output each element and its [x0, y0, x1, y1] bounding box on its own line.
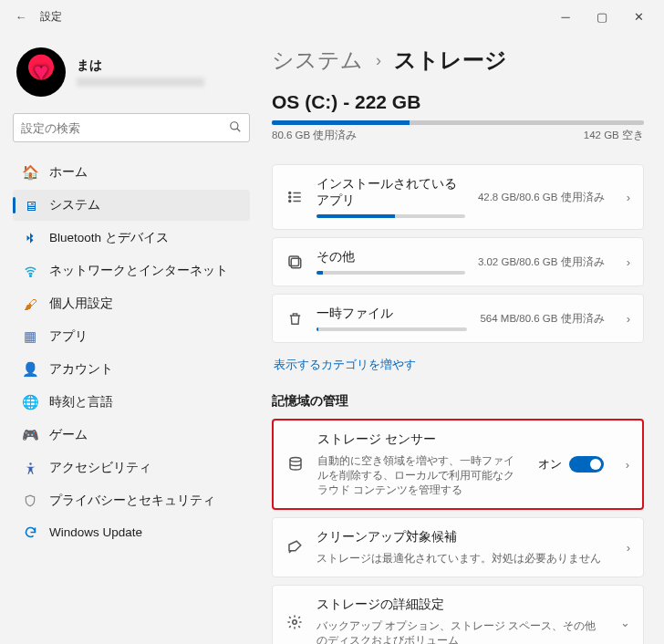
- chevron-right-icon: ›: [627, 312, 630, 326]
- svg-point-4: [289, 192, 291, 194]
- svg-point-12: [290, 458, 301, 462]
- chevron-right-icon: ›: [627, 191, 630, 204]
- broom-icon: [285, 539, 304, 556]
- globe-clock-icon: 🌐: [22, 394, 38, 410]
- accessibility-icon: [22, 462, 38, 475]
- nav-personalization[interactable]: 🖌個人用設定: [13, 288, 250, 319]
- database-icon: [286, 456, 305, 473]
- gear-icon: [285, 614, 304, 630]
- trash-icon: [285, 311, 304, 327]
- minimize-button[interactable]: ─: [547, 3, 584, 30]
- storage-sense-toggle[interactable]: [569, 456, 604, 473]
- cleanup-recommendations-card[interactable]: クリーンアップ対象候補 ストレージは最適化されています。対処は必要ありません ›: [272, 517, 644, 577]
- user-name: まは: [77, 57, 204, 74]
- nav-bluetooth[interactable]: Bluetooth とデバイス: [13, 223, 250, 254]
- category-bar: [316, 271, 465, 275]
- svg-line-1: [237, 128, 241, 131]
- svg-point-8: [289, 201, 291, 203]
- close-button[interactable]: ✕: [620, 3, 657, 30]
- svg-point-6: [289, 196, 291, 198]
- chevron-right-icon: ›: [627, 541, 630, 555]
- nav-apps[interactable]: ▦アプリ: [13, 321, 250, 352]
- category-installed-apps[interactable]: インストールされているアプリ 42.8 GB/80.6 GB 使用済み ›: [272, 164, 644, 230]
- show-more-categories-link[interactable]: 表示するカテゴリを増やす: [274, 358, 416, 373]
- maximize-button[interactable]: ▢: [584, 3, 620, 30]
- search-input[interactable]: [21, 121, 229, 135]
- drive-title: OS (C:) - 222 GB: [272, 91, 644, 113]
- nav: 🏠ホーム 🖥システム Bluetooth とデバイス ネットワークとインターネッ…: [13, 157, 250, 546]
- person-icon: 👤: [22, 361, 38, 378]
- breadcrumb-parent[interactable]: システム: [272, 46, 363, 75]
- folder-icon: [285, 254, 304, 270]
- category-bar: [316, 214, 465, 218]
- main-content: システム › ストレージ OS (C:) - 222 GB 80.6 GB 使用…: [255, 33, 664, 644]
- storage-sense-card[interactable]: ストレージ センサー 自動的に空き領域を増やす、一時ファイルを削除する、ローカル…: [272, 419, 644, 510]
- category-usage: 3.02 GB/80.6 GB 使用済み: [478, 255, 605, 269]
- toggle-label: オン: [538, 457, 562, 473]
- nav-windows-update[interactable]: Windows Update: [13, 518, 250, 546]
- chevron-right-icon: ›: [376, 51, 381, 70]
- storage-management-header: 記憶域の管理: [272, 393, 644, 410]
- category-bar: [316, 327, 467, 331]
- drive-usage-fill: [272, 120, 410, 125]
- chevron-down-icon: ⌄: [620, 616, 630, 629]
- drive-free-label: 142 GB 空き: [584, 129, 644, 142]
- home-icon: 🏠: [22, 164, 38, 181]
- svg-point-3: [29, 462, 32, 465]
- profile[interactable]: ♥ まは: [16, 47, 246, 97]
- svg-point-2: [29, 275, 31, 276]
- category-title: インストールされているアプリ: [316, 176, 465, 209]
- cleanup-title: クリーンアップ対象候補: [316, 529, 605, 545]
- advanced-desc: バックアップ オプション、ストレージ スペース、その他のディスクおよびボリューム: [316, 618, 598, 644]
- titlebar: ← 設定 ─ ▢ ✕: [0, 0, 664, 33]
- nav-gaming[interactable]: 🎮ゲーム: [13, 420, 250, 451]
- brush-icon: 🖌: [22, 296, 38, 312]
- gamepad-icon: 🎮: [22, 427, 38, 443]
- shield-icon: [22, 494, 38, 507]
- system-icon: 🖥: [22, 198, 38, 213]
- search-box[interactable]: [13, 113, 250, 142]
- user-email-redacted: [77, 78, 204, 87]
- drive-usage-bar: [272, 120, 644, 125]
- nav-system[interactable]: 🖥システム: [13, 190, 250, 221]
- drive-used-label: 80.6 GB 使用済み: [272, 129, 357, 142]
- back-button[interactable]: ←: [7, 10, 35, 24]
- svg-point-13: [293, 620, 297, 625]
- category-temp-files[interactable]: 一時ファイル 564 MB/80.6 GB 使用済み ›: [272, 294, 644, 343]
- svg-point-0: [231, 121, 238, 129]
- category-usage: 564 MB/80.6 GB 使用済み: [480, 312, 604, 326]
- search-icon: [229, 120, 242, 136]
- breadcrumb-current: ストレージ: [394, 46, 507, 75]
- nav-home[interactable]: 🏠ホーム: [13, 157, 250, 188]
- apps-icon: ▦: [22, 328, 38, 345]
- nav-privacy[interactable]: プライバシーとセキュリティ: [13, 485, 250, 516]
- window-title: 設定: [40, 9, 62, 25]
- nav-network[interactable]: ネットワークとインターネット: [13, 255, 250, 286]
- breadcrumb: システム › ストレージ: [272, 46, 644, 75]
- category-other[interactable]: その他 3.02 GB/80.6 GB 使用済み ›: [272, 237, 644, 286]
- chevron-right-icon: ›: [627, 255, 630, 269]
- bluetooth-icon: [22, 232, 38, 244]
- advanced-title: ストレージの詳細設定: [316, 597, 598, 613]
- chevron-right-icon: ›: [626, 458, 629, 472]
- storage-sense-title: ストレージ センサー: [317, 431, 525, 448]
- category-title: 一時ファイル: [316, 306, 467, 322]
- category-title: その他: [316, 249, 465, 265]
- advanced-storage-card[interactable]: ストレージの詳細設定 バックアップ オプション、ストレージ スペース、その他のデ…: [272, 585, 644, 644]
- avatar: ♥: [16, 47, 66, 97]
- sidebar: ♥ まは 🏠ホーム 🖥システム Bluetooth とデバイス ネットワークとイ…: [0, 33, 255, 644]
- nav-accessibility[interactable]: アクセシビリティ: [13, 452, 250, 483]
- cleanup-desc: ストレージは最適化されています。対処は必要ありません: [316, 551, 605, 566]
- wifi-icon: [22, 265, 38, 278]
- nav-time-language[interactable]: 🌐時刻と言語: [13, 387, 250, 418]
- category-usage: 42.8 GB/80.6 GB 使用済み: [478, 191, 605, 204]
- update-icon: [22, 525, 38, 539]
- apps-list-icon: [285, 189, 304, 205]
- nav-accounts[interactable]: 👤アカウント: [13, 354, 250, 385]
- storage-sense-desc: 自動的に空き領域を増やす、一時ファイルを削除する、ローカルで利用可能なクラウド …: [317, 453, 525, 497]
